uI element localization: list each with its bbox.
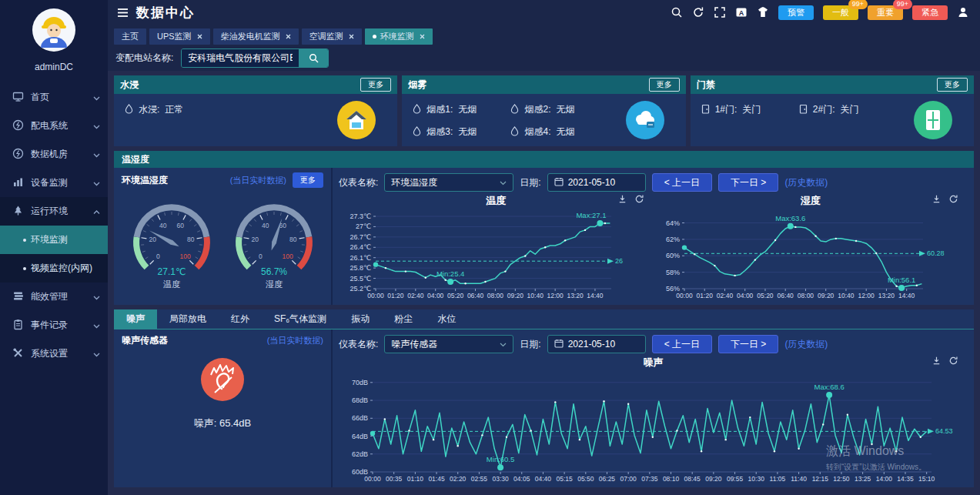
search-icon[interactable] [671, 6, 683, 18]
next-day-button[interactable]: 下一日 > [718, 335, 778, 353]
theme-icon[interactable] [757, 6, 769, 18]
prev-day-button[interactable]: < 上一日 [652, 173, 712, 192]
svg-text:14:35: 14:35 [897, 475, 914, 483]
sidebar-item-settings[interactable]: 系统设置 [0, 339, 108, 368]
date-picker[interactable]: 2021-05-10 [547, 173, 646, 192]
hamburger-menu-icon[interactable] [117, 8, 129, 18]
tab-ups[interactable]: UPS监测 [149, 28, 210, 45]
svg-text:100: 100 [283, 253, 293, 260]
smoke-more-button[interactable]: 更多 [649, 78, 680, 92]
chevron-down-icon [93, 292, 100, 303]
refresh-icon[interactable] [948, 194, 958, 204]
prev-day-button[interactable]: < 上一日 [652, 335, 712, 353]
water-more-button[interactable]: 更多 [360, 78, 391, 92]
svg-text:Max:68.6: Max:68.6 [814, 383, 845, 391]
svg-text:09:20: 09:20 [507, 292, 524, 299]
door-more-button[interactable]: 更多 [937, 78, 968, 92]
close-icon[interactable] [197, 34, 202, 39]
calendar-icon [554, 177, 564, 189]
user-icon[interactable] [957, 6, 969, 18]
meter-select[interactable]: 环境温湿度 [384, 173, 513, 192]
svg-text:25.8℃: 25.8℃ [350, 264, 371, 272]
sensor-status: 无烟 [557, 125, 575, 139]
droplet-icon [413, 125, 421, 139]
svg-text:09:55: 09:55 [727, 475, 744, 483]
svg-text:05:20: 05:20 [447, 292, 464, 299]
svg-text:12:00: 12:00 [858, 292, 875, 299]
chevron-down-icon [93, 320, 100, 331]
svg-text:60%: 60% [665, 252, 679, 259]
close-icon[interactable] [420, 34, 425, 39]
tab-diesel[interactable]: 柴油发电机监测 [213, 28, 299, 45]
history-data-link[interactable]: (历史数据) [784, 176, 828, 189]
svg-text:01:45: 01:45 [428, 475, 445, 483]
download-icon[interactable] [617, 194, 627, 204]
history-data-link[interactable]: (历史数据) [784, 338, 828, 351]
tab-home[interactable]: 主页 [114, 28, 146, 45]
alarm-button-general[interactable]: 一般 99+ [823, 5, 858, 20]
realtime-data-label: (当日实时数据) [230, 175, 286, 186]
temp-humidity-more-button[interactable]: 更多 [293, 172, 323, 188]
date-picker[interactable]: 2021-05-10 [547, 335, 646, 353]
close-icon[interactable] [349, 34, 354, 39]
svg-text:40: 40 [159, 222, 167, 229]
download-icon[interactable] [932, 194, 942, 204]
tab-vibration[interactable]: 振动 [339, 309, 382, 329]
sidebar-item-data-room[interactable]: 数据机房 [0, 140, 108, 169]
svg-text:64%: 64% [665, 219, 679, 227]
temperature-gauge: 02040608010027.1℃温度 [122, 196, 221, 292]
font-size-icon[interactable]: A [735, 6, 748, 18]
close-icon[interactable] [286, 34, 291, 39]
access-door-icon [914, 101, 952, 139]
svg-text:14:40: 14:40 [898, 292, 915, 299]
tab-water-level[interactable]: 水位 [425, 309, 468, 329]
sidebar-item-power-system[interactable]: 配电系统 [0, 112, 108, 140]
alarm-button-urgent[interactable]: 紧急 [912, 5, 948, 20]
svg-text:12:15: 12:15 [812, 475, 829, 483]
sidebar-item-environment[interactable]: 运行环境 [0, 197, 108, 226]
sidebar-item-energy[interactable]: 能效管理 [0, 283, 108, 311]
tab-env-monitor[interactable]: 环境监测 [365, 28, 433, 45]
tab-ac[interactable]: 空调监测 [302, 28, 362, 45]
fullscreen-icon[interactable] [714, 6, 726, 18]
svg-text:0: 0 [259, 253, 263, 260]
door-panel-title: 门禁 [697, 79, 715, 92]
svg-text:13:20: 13:20 [567, 292, 584, 299]
next-day-button[interactable]: 下一日 > [718, 173, 778, 192]
sidebar-item-env-monitor[interactable]: 环境监测 [0, 226, 108, 254]
refresh-icon[interactable] [634, 194, 644, 204]
station-name-label: 变配电站名称: [115, 52, 173, 65]
search-button[interactable] [299, 49, 328, 67]
sensor-status: 无烟 [557, 103, 575, 116]
tab-noise[interactable]: 噪声 [114, 309, 157, 329]
svg-text:02:40: 02:40 [716, 292, 733, 299]
alarm-button-warning[interactable]: 预警 [778, 5, 814, 20]
tab-infrared[interactable]: 红外 [219, 309, 262, 329]
water-panel: 水浸 更多 水浸: 正常 [114, 75, 397, 146]
meter-select[interactable]: 噪声传感器 [384, 335, 513, 353]
station-search-bar: 变配电站名称: [108, 45, 980, 71]
smoke-sensor-item: 烟感4: 无烟 [510, 125, 608, 139]
tab-dust[interactable]: 粉尘 [382, 309, 425, 329]
avatar[interactable] [32, 8, 76, 55]
station-name-input[interactable] [182, 49, 299, 67]
tab-partial-discharge[interactable]: 局部放电 [157, 309, 219, 329]
alarm-button-important[interactable]: 重要 99+ [868, 5, 903, 20]
chevron-down-icon [93, 178, 100, 189]
refresh-icon[interactable] [692, 6, 704, 18]
flood-icon [337, 101, 376, 139]
sidebar-item-device-monitor[interactable]: 设备监测 [0, 169, 108, 197]
sidebar-item-home[interactable]: 首页 [0, 83, 108, 112]
sidebar-item-events[interactable]: 事件记录 [0, 311, 108, 339]
download-icon[interactable] [932, 356, 942, 366]
humidity-line-chart: 56%58%60%62%64%00:0001:2002:4004:0005:20… [654, 207, 962, 301]
svg-text:08:45: 08:45 [684, 475, 701, 483]
tab-sf6-gas[interactable]: SF₆气体监测 [262, 309, 339, 329]
svg-text:01:10: 01:10 [407, 475, 424, 483]
sensor-status: 正常 [165, 103, 183, 116]
bullet-icon [23, 239, 26, 242]
refresh-icon[interactable] [948, 356, 958, 366]
svg-text:10:40: 10:40 [527, 292, 544, 299]
sidebar-item-video-monitor[interactable]: 视频监控(内网) [0, 254, 108, 283]
svg-text:06:40: 06:40 [777, 292, 794, 299]
